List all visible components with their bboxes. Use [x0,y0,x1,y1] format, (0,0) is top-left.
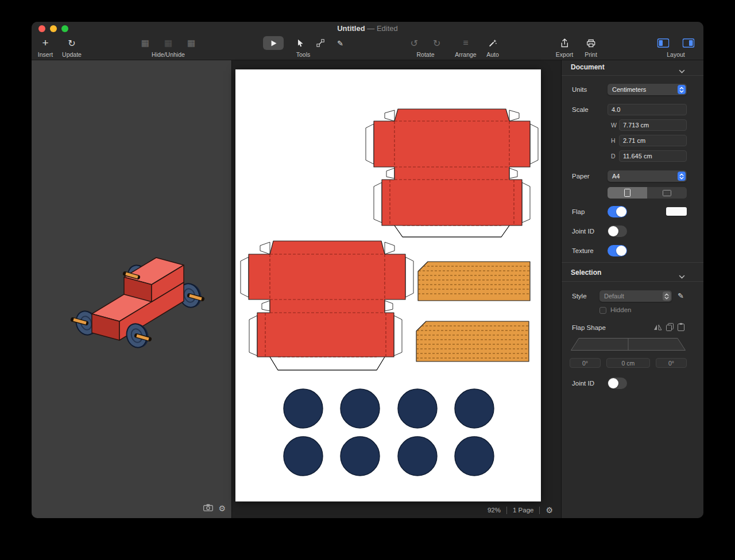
joint-id-label: Joint ID [572,228,594,235]
title-separator: — [367,24,374,33]
node-tool-icon[interactable] [316,39,324,47]
paper-page[interactable] [235,69,541,501]
depth-field[interactable]: 11.645 cm [619,150,687,162]
selection-section-header[interactable]: Selection [571,269,601,277]
toolbar-group-hide-unhide: ▦ ▦ ▦ Hide/Unhide [141,36,196,58]
page-count: 1 Page [513,507,533,514]
pencil-tool-icon[interactable]: ✎ [337,39,343,48]
landscape-orientation-button[interactable] [647,187,687,199]
zoom-level[interactable]: 92% [488,507,501,514]
magic-wand-icon[interactable] [489,39,497,47]
unfold-pattern-axle-1[interactable] [418,262,530,301]
paper-orientation-segmented [608,187,687,199]
edit-style-pencil-icon[interactable]: ✎ [678,291,684,300]
separator [562,281,703,282]
flap-color-swatch[interactable] [666,207,687,216]
height-field[interactable]: 2.71 cm [619,135,687,146]
rotate-right-icon[interactable]: ↻ [433,38,440,49]
auto-label: Auto [486,51,499,58]
toolbar-group-export: Export [556,36,573,58]
app-window: Untitled — Edited + Insert ↻ Update ▦ [32,22,703,518]
toolbar-group-auto: Auto [486,36,499,58]
toolbar-group-layout: Layout [657,36,695,58]
units-popup[interactable]: Centimeters [608,84,687,95]
flap-shape-actions [653,323,684,333]
arrange-icon[interactable]: ≡ [463,38,468,48]
pointer-tool-icon[interactable] [296,39,304,47]
statusbar-divider [506,507,507,514]
depth-label: D [611,153,616,160]
toolbar-group-update: ↻ Update [62,36,82,58]
hide-unhide-label: Hide/Unhide [152,51,185,58]
flip-flap-icon[interactable] [653,323,662,333]
toolbar-group-print: Print [585,36,597,58]
document-section-header[interactable]: Document [571,63,605,71]
flap-angle-right-field[interactable]: 0° [656,358,687,368]
copy-flap-icon[interactable] [666,323,674,333]
update-icon[interactable]: ↻ [68,38,75,49]
arrange-label: Arrange [455,51,476,58]
rotate-label: Rotate [417,51,435,58]
scale-label: Scale [572,106,589,113]
inspector-panel: Document Units Centimeters Scale 4.0 W 7… [562,60,703,518]
selection-joint-id-toggle[interactable] [608,378,627,389]
unfold-pattern-body-bottom[interactable] [241,241,413,370]
model-3d-viewport[interactable]: ⚙ [32,60,231,518]
texture-toggle[interactable] [608,245,627,256]
print-icon[interactable] [586,39,595,48]
toolbar-group-rotate: ↺ ↻ Rotate [411,36,441,58]
statusbar-divider [539,507,540,514]
height-label: H [611,137,616,144]
layout-label: Layout [667,51,685,58]
desktop: Untitled — Edited + Insert ↻ Update ▦ [0,0,735,560]
viewport-controls: ⚙ [203,503,226,514]
layout-right-panel-icon[interactable] [683,38,695,48]
flap-angle-left-field[interactable]: 0° [570,358,601,368]
export-label: Export [556,51,573,58]
layout-canvas[interactable]: 92% 1 Page ⚙ [231,60,562,518]
rotate-left-icon[interactable]: ↺ [411,38,418,49]
select-tool-button[interactable] [263,36,284,50]
unfold-pattern-axle-2[interactable] [416,321,529,361]
toolbar: + Insert ↻ Update ▦ ▦ ▦ Hide/Unhide [32,36,703,60]
units-value: Centimeters [608,86,646,93]
tools-label: Tools [296,51,311,58]
canvas-statusbar: 92% 1 Page ⚙ [232,502,561,518]
toolbar-group-arrange: ≡ Arrange [455,36,476,58]
flap-shape-preview[interactable] [571,336,686,355]
viewport-settings-gear-icon[interactable]: ⚙ [218,504,226,512]
width-field[interactable]: 7.713 cm [619,119,687,131]
scale-field[interactable]: 4.0 [608,104,687,115]
selection-collapse-chevron-icon[interactable] [679,271,685,281]
window-header: Untitled — Edited + Insert ↻ Update ▦ [32,22,703,60]
flap-length-field[interactable]: 0 cm [606,358,650,368]
toolbar-group-insert: + Insert [38,36,53,58]
joint-id-toggle[interactable] [608,225,627,237]
wheel-circles[interactable] [284,389,494,476]
paper-label: Paper [572,173,590,180]
style-value: Default [599,293,624,300]
print-label: Print [585,51,597,58]
hide-grid-icon[interactable]: ▦ [141,38,149,48]
show-all-grid-icon[interactable]: ▦ [187,38,195,48]
layout-left-panel-icon[interactable] [657,38,670,48]
camera-snapshot-icon[interactable] [203,503,213,514]
insert-icon[interactable]: + [42,37,48,49]
export-icon[interactable] [560,38,568,48]
paste-flap-icon[interactable] [678,323,684,333]
style-popup[interactable]: Default [599,290,672,302]
unfold-pattern-body-top[interactable] [366,109,538,237]
hidden-checkbox[interactable] [599,307,606,314]
car-3d-model[interactable] [32,60,231,518]
paper-popup[interactable]: A4 [608,170,687,182]
select-tool-icon [270,40,277,47]
canvas-settings-gear-icon[interactable]: ⚙ [546,506,553,514]
portrait-orientation-button[interactable] [608,187,647,199]
width-label: W [611,122,617,129]
document-collapse-chevron-icon[interactable] [679,65,685,76]
flap-shape-label: Flap Shape [572,324,606,331]
hidden-label: Hidden [610,306,631,313]
flap-toggle[interactable] [608,206,627,217]
portrait-page-icon [624,189,630,197]
unhide-grid-icon[interactable]: ▦ [164,38,172,48]
